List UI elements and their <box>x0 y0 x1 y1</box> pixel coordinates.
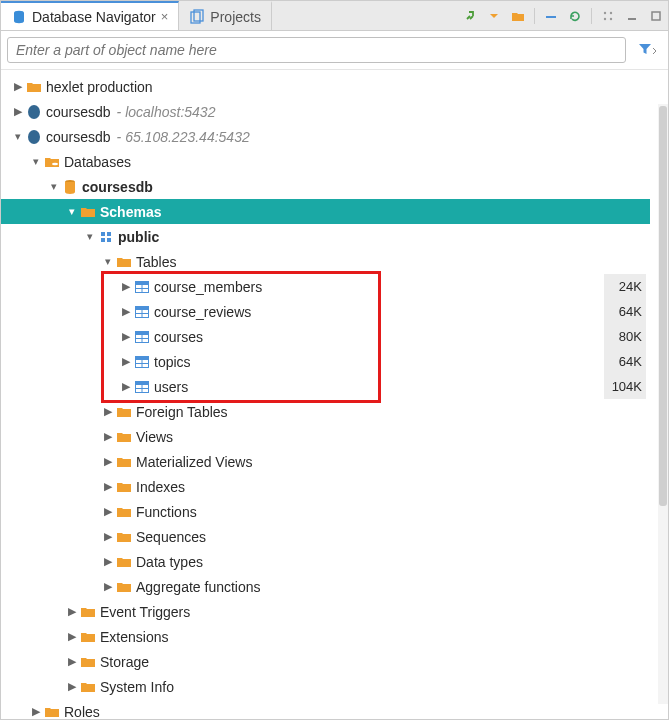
filter-button[interactable] <box>632 37 662 63</box>
search-input[interactable] <box>7 37 626 63</box>
tree-label: Views <box>136 429 173 445</box>
tree-label: Aggregate functions <box>136 579 261 595</box>
tree-folder-data-types[interactable]: ▶ Data types <box>1 549 650 574</box>
caret-right-icon: ▶ <box>65 655 79 668</box>
schema-icon <box>97 230 115 244</box>
tree-table[interactable]: ▶ topics 64K <box>1 349 650 374</box>
folder-icon <box>115 405 133 419</box>
table-icon <box>133 306 151 318</box>
svg-rect-9 <box>652 12 660 20</box>
caret-right-icon: ▶ <box>11 80 25 93</box>
tree-label: Databases <box>64 154 131 170</box>
tree-folder-sequences[interactable]: ▶ Sequences <box>1 524 650 549</box>
tree-folder-views[interactable]: ▶ Views <box>1 424 650 449</box>
tab-database-navigator[interactable]: Database Navigator × <box>1 1 179 30</box>
tree-folder-databases[interactable]: ▾ Databases <box>1 149 650 174</box>
projects-icon <box>189 9 205 25</box>
maximize-panel-icon[interactable] <box>646 6 666 26</box>
table-icon <box>133 356 151 368</box>
tree-folder-storage[interactable]: ▶ Storage <box>1 649 650 674</box>
tab-label: Projects <box>210 9 261 25</box>
table-size: 80K <box>604 324 646 349</box>
scrollbar[interactable] <box>658 104 668 704</box>
caret-right-icon: ▶ <box>65 630 79 643</box>
caret-right-icon: ▶ <box>29 705 43 718</box>
folder-icon <box>79 630 97 644</box>
tree-folder-schemas[interactable]: ▾ Schemas <box>1 199 650 224</box>
tree-item-db-remote[interactable]: ▾ coursesdb - 65.108.223.44:5432 <box>1 124 650 149</box>
refresh-icon[interactable] <box>565 6 585 26</box>
tree-item-db-local[interactable]: ▶ coursesdb - localhost:5432 <box>1 99 650 124</box>
tree-label: Data types <box>136 554 203 570</box>
tree-item-coursesdb[interactable]: ▾ coursesdb <box>1 174 650 199</box>
table-size: 64K <box>604 299 646 324</box>
tree-table[interactable]: ▶ users 104K <box>1 374 650 399</box>
folder-icon <box>115 430 133 444</box>
tree-folder-functions[interactable]: ▶ Functions <box>1 499 650 524</box>
tree-schema-public[interactable]: ▾ public <box>1 224 650 249</box>
svg-point-10 <box>28 105 40 119</box>
folder-icon <box>115 555 133 569</box>
tree-folder-system-info[interactable]: ▶ System Info <box>1 674 650 699</box>
caret-right-icon: ▶ <box>101 480 115 493</box>
tree-label: Roles <box>64 704 100 720</box>
connect-icon[interactable] <box>460 6 480 26</box>
table-name: course_members <box>154 279 262 295</box>
tree-folder-extensions[interactable]: ▶ Extensions <box>1 624 650 649</box>
svg-rect-16 <box>101 238 105 242</box>
tree-table[interactable]: ▶ course_reviews 64K <box>1 299 650 324</box>
search-row <box>1 31 668 70</box>
close-icon[interactable]: × <box>161 9 169 24</box>
caret-right-icon: ▶ <box>119 330 133 343</box>
tree-label: Storage <box>100 654 149 670</box>
tree-folder-event-triggers[interactable]: ▶ Event Triggers <box>1 599 650 624</box>
tree-label: Functions <box>136 504 197 520</box>
svg-rect-17 <box>107 238 111 242</box>
tree-item-hexlet[interactable]: ▶ hexlet production <box>1 74 650 99</box>
folder-icon <box>79 605 97 619</box>
caret-down-icon: ▾ <box>29 155 43 168</box>
tree-table[interactable]: ▶ courses 80K <box>1 324 650 349</box>
caret-down-icon: ▾ <box>101 255 115 268</box>
caret-right-icon: ▶ <box>101 505 115 518</box>
caret-right-icon: ▶ <box>119 380 133 393</box>
tree-hint: - localhost:5432 <box>117 104 216 120</box>
caret-right-icon: ▶ <box>101 530 115 543</box>
svg-point-11 <box>28 130 40 144</box>
tree-label: Extensions <box>100 629 168 645</box>
caret-right-icon: ▶ <box>119 305 133 318</box>
menu-icon[interactable] <box>598 6 618 26</box>
tree-view[interactable]: ▶ hexlet production ▶ coursesdb - localh… <box>1 70 668 719</box>
caret-right-icon: ▶ <box>65 680 79 693</box>
tree-label: coursesdb <box>46 129 111 145</box>
tree-table[interactable]: ▶ course_members 24K <box>1 274 650 299</box>
folder-icon <box>115 530 133 544</box>
tree-folder-aggregate[interactable]: ▶ Aggregate functions <box>1 574 650 599</box>
caret-right-icon: ▶ <box>101 555 115 568</box>
table-size: 24K <box>604 274 646 299</box>
caret-right-icon: ▶ <box>119 355 133 368</box>
minimize-icon[interactable] <box>541 6 561 26</box>
tree-label: public <box>118 229 159 245</box>
table-name: course_reviews <box>154 304 251 320</box>
caret-right-icon: ▶ <box>119 280 133 293</box>
dropdown-icon[interactable] <box>484 6 504 26</box>
database-icon <box>61 179 79 195</box>
folder-icon <box>115 480 133 494</box>
folder-icon <box>115 505 133 519</box>
tab-projects[interactable]: Projects <box>179 1 272 30</box>
tree-folder-tables[interactable]: ▾ Tables <box>1 249 650 274</box>
tree-label: coursesdb <box>46 104 111 120</box>
folder-icon[interactable] <box>508 6 528 26</box>
folder-tables-icon <box>115 255 133 269</box>
tree-folder-indexes[interactable]: ▶ Indexes <box>1 474 650 499</box>
tree-folder-foreign-tables[interactable]: ▶ Foreign Tables <box>1 399 650 424</box>
tree-folder-mat-views[interactable]: ▶ Materialized Views <box>1 449 650 474</box>
minimize-panel-icon[interactable] <box>622 6 642 26</box>
caret-down-icon: ▾ <box>47 180 61 193</box>
table-name: topics <box>154 354 191 370</box>
tree-label: Tables <box>136 254 176 270</box>
scrollbar-thumb[interactable] <box>659 106 667 506</box>
caret-down-icon: ▾ <box>65 205 79 218</box>
tree-folder-roles[interactable]: ▶ Roles <box>1 699 650 719</box>
